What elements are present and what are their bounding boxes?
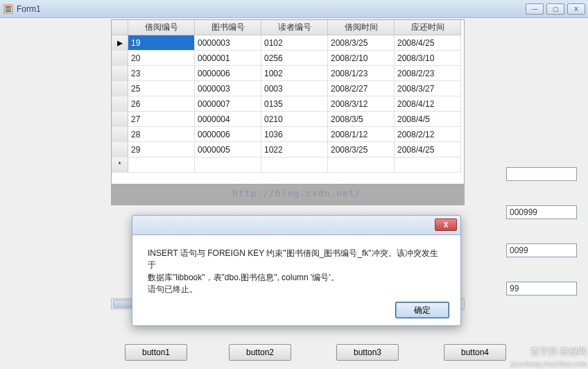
button-1[interactable]: button1 xyxy=(125,344,187,361)
grid-header: 借阅编号 图书编号 读者编号 借阅时间 应还时间 xyxy=(112,20,464,35)
button-4[interactable]: button4 xyxy=(444,344,506,361)
table-row[interactable]: 26000000701352008/3/122008/4/12 xyxy=(112,96,464,112)
cell[interactable]: 2008/3/25 xyxy=(328,142,395,157)
button-3[interactable]: button3 xyxy=(336,344,399,361)
cell[interactable]: 2008/4/12 xyxy=(395,96,461,112)
cell[interactable]: 0135 xyxy=(261,96,328,112)
window-title: Form1 xyxy=(17,4,526,14)
svg-rect-1 xyxy=(6,6,11,8)
cell[interactable]: 0000006 xyxy=(195,127,261,142)
cell[interactable]: 0000005 xyxy=(195,142,261,157)
cell[interactable]: 26 xyxy=(128,96,195,112)
cell[interactable]: 1036 xyxy=(261,127,328,142)
textbox-2[interactable] xyxy=(506,205,577,219)
cell[interactable]: 0003 xyxy=(261,81,328,96)
cell[interactable]: 20 xyxy=(128,51,195,66)
source-watermark-large: 查字典 教程网 xyxy=(530,345,587,358)
row-header[interactable] xyxy=(112,112,128,127)
cell[interactable]: 2008/2/12 xyxy=(395,127,461,142)
table-row[interactable]: ▸19000000301022008/3/252008/4/25 xyxy=(112,35,464,51)
cell[interactable]: 2008/1/12 xyxy=(328,127,395,142)
cell[interactable]: 28 xyxy=(128,127,195,142)
cell[interactable]: 19 xyxy=(128,35,195,51)
dialog-ok-button[interactable]: 确定 xyxy=(395,302,449,318)
row-header[interactable] xyxy=(112,51,128,66)
col-header-4[interactable]: 应还时间 xyxy=(395,20,461,35)
cell[interactable]: 0000004 xyxy=(195,112,261,127)
cell[interactable] xyxy=(195,157,261,173)
grid-body: ▸19000000301022008/3/252008/4/2520000000… xyxy=(112,35,464,173)
cell[interactable] xyxy=(328,157,395,173)
cell[interactable]: 1002 xyxy=(261,66,328,81)
cell[interactable]: 25 xyxy=(128,81,195,96)
cell[interactable]: 23 xyxy=(128,66,195,81)
row-header[interactable] xyxy=(112,127,128,142)
row-header[interactable]: ▸ xyxy=(112,35,128,51)
cell[interactable]: 2008/1/23 xyxy=(328,66,395,81)
col-header-0[interactable]: 借阅编号 xyxy=(128,20,195,35)
col-header-1[interactable]: 图书编号 xyxy=(195,20,261,35)
minimize-button[interactable]: — xyxy=(526,3,544,15)
row-header[interactable] xyxy=(112,142,128,157)
client-area: 借阅编号 图书编号 读者编号 借阅时间 应还时间 ▸19000000301022… xyxy=(0,18,588,369)
cell[interactable]: 1022 xyxy=(261,142,328,157)
table-row[interactable]: 27000000402102008/3/52008/4/5 xyxy=(112,112,464,127)
cell[interactable]: 0000006 xyxy=(195,66,261,81)
cell[interactable]: 0000001 xyxy=(195,51,261,66)
grid-corner xyxy=(112,20,128,35)
app-icon xyxy=(3,3,14,15)
row-header[interactable] xyxy=(112,81,128,96)
svg-rect-2 xyxy=(6,8,11,10)
cell[interactable] xyxy=(128,157,195,173)
cell[interactable]: 2008/2/10 xyxy=(328,51,395,66)
maximize-button[interactable]: ▢ xyxy=(546,3,564,15)
table-row[interactable]: 29000000510222008/3/252008/4/25 xyxy=(112,142,464,157)
cell[interactable]: 0210 xyxy=(261,112,328,127)
cell[interactable]: 0000003 xyxy=(195,81,261,96)
dialog-line-1: INSERT 语句与 FOREIGN KEY 约束"图书借阅_图书编号_fk"冲… xyxy=(148,248,445,272)
window-controls: — ▢ X xyxy=(526,3,585,15)
cell[interactable]: 0000007 xyxy=(195,96,261,112)
cell[interactable]: 29 xyxy=(128,142,195,157)
data-grid[interactable]: 借阅编号 图书编号 读者编号 借阅时间 应还时间 ▸19000000301022… xyxy=(111,19,465,184)
cell[interactable]: 0256 xyxy=(261,51,328,66)
close-button[interactable]: X xyxy=(567,3,585,15)
table-row[interactable]: 23000000610022008/1/232008/2/23 xyxy=(112,66,464,81)
dialog-titlebar[interactable]: X xyxy=(132,215,461,234)
scrollbar-thumb[interactable] xyxy=(113,300,134,308)
source-watermark-small: jiaocheng.chazidian.com xyxy=(511,359,587,368)
table-row[interactable]: 28000000610362008/1/122008/2/12 xyxy=(112,127,464,142)
cell[interactable]: 2008/4/25 xyxy=(395,142,461,157)
cell[interactable]: 2008/2/27 xyxy=(328,81,395,96)
row-header[interactable] xyxy=(112,66,128,81)
cell[interactable]: 2008/3/25 xyxy=(328,35,395,51)
cell[interactable]: 0102 xyxy=(261,35,328,51)
button-2[interactable]: button2 xyxy=(229,344,291,361)
cell[interactable]: 27 xyxy=(128,112,195,127)
cell[interactable]: 2008/3/12 xyxy=(328,96,395,112)
cell[interactable]: 2008/4/25 xyxy=(395,35,461,51)
textbox-1[interactable] xyxy=(506,167,577,181)
cell[interactable]: 2008/2/23 xyxy=(395,66,461,81)
textbox-4[interactable] xyxy=(506,282,577,295)
textbox-3[interactable] xyxy=(506,243,577,257)
table-row[interactable]: 20000000102562008/2/102008/3/10 xyxy=(112,51,464,66)
error-dialog: X INSERT 语句与 FOREIGN KEY 约束"图书借阅_图书编号_fk… xyxy=(132,215,461,326)
titlebar: Form1 — ▢ X xyxy=(0,0,588,18)
cell[interactable]: 2008/3/27 xyxy=(395,81,461,96)
cell[interactable]: 2008/3/10 xyxy=(395,51,461,66)
dialog-close-button[interactable]: X xyxy=(435,218,457,231)
dialog-line-2: 数据库"libbook"，表"dbo.图书信息", column '编号'。 xyxy=(148,272,445,284)
cell[interactable]: 2008/3/5 xyxy=(328,112,395,127)
dialog-message: INSERT 语句与 FOREIGN KEY 约束"图书借阅_图书编号_fk"冲… xyxy=(148,248,445,296)
cell[interactable] xyxy=(395,157,461,173)
cell[interactable]: 2008/4/5 xyxy=(395,112,461,127)
col-header-2[interactable]: 读者编号 xyxy=(261,20,328,35)
col-header-3[interactable]: 借阅时间 xyxy=(328,20,395,35)
cell[interactable] xyxy=(261,157,328,173)
row-header[interactable] xyxy=(112,96,128,112)
cell[interactable]: 0000003 xyxy=(195,35,261,51)
new-row-marker: * xyxy=(112,157,128,173)
new-row[interactable]: * xyxy=(112,157,464,173)
table-row[interactable]: 25000000300032008/2/272008/3/27 xyxy=(112,81,464,96)
